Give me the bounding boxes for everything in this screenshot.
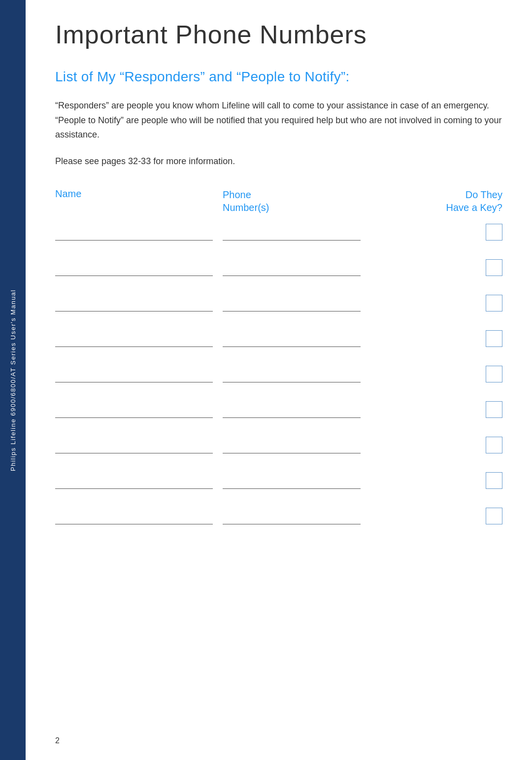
row-name-field xyxy=(55,444,223,453)
table-row xyxy=(55,295,502,311)
phone-underline xyxy=(223,373,361,382)
row-phone-field xyxy=(223,408,370,418)
table-row xyxy=(55,366,502,382)
name-underline xyxy=(55,479,213,489)
col-phone-header: Phone Number(s) xyxy=(223,188,370,214)
phone-underline xyxy=(223,337,361,347)
name-underline xyxy=(55,266,213,276)
key-checkbox[interactable] xyxy=(486,437,502,453)
phone-underline xyxy=(223,479,361,489)
row-name-field xyxy=(55,408,223,418)
table-rows xyxy=(55,224,502,543)
phone-underline xyxy=(223,266,361,276)
main-content: Important Phone Numbers List of My “Resp… xyxy=(26,0,532,760)
row-key-field xyxy=(370,224,502,241)
key-checkbox[interactable] xyxy=(486,259,502,276)
row-key-field xyxy=(370,330,502,347)
spine: Philips Lifeline 6900/6800/AT Series Use… xyxy=(0,0,26,760)
name-underline xyxy=(55,373,213,382)
spine-text: Philips Lifeline 6900/6800/AT Series Use… xyxy=(9,289,17,471)
row-name-field xyxy=(55,266,223,276)
page-ref: Please see pages 32-33 for more informat… xyxy=(55,156,502,167)
row-name-field xyxy=(55,337,223,347)
row-phone-field xyxy=(223,515,370,524)
row-name-field xyxy=(55,479,223,489)
table-row xyxy=(55,401,502,418)
key-checkbox[interactable] xyxy=(486,472,502,489)
row-name-field xyxy=(55,302,223,311)
name-underline xyxy=(55,231,213,241)
row-key-field xyxy=(370,508,502,524)
phone-underline xyxy=(223,444,361,453)
key-checkbox[interactable] xyxy=(486,224,502,241)
table-header: Name Phone Number(s) Do They Have a Key? xyxy=(55,188,502,214)
row-key-field xyxy=(370,472,502,489)
row-phone-field xyxy=(223,266,370,276)
row-phone-field xyxy=(223,479,370,489)
row-name-field xyxy=(55,373,223,382)
row-phone-field xyxy=(223,231,370,241)
row-phone-field xyxy=(223,302,370,311)
table-row xyxy=(55,472,502,489)
key-checkbox[interactable] xyxy=(486,366,502,382)
phone-underline xyxy=(223,515,361,524)
col-key-header: Do They Have a Key? xyxy=(370,188,502,214)
page-title: Important Phone Numbers xyxy=(55,20,502,49)
row-phone-field xyxy=(223,444,370,453)
description-text: “Responders” are people you know whom Li… xyxy=(55,99,502,142)
key-checkbox[interactable] xyxy=(486,508,502,524)
phone-underline xyxy=(223,302,361,311)
table-row xyxy=(55,437,502,453)
phone-underline xyxy=(223,408,361,418)
row-name-field xyxy=(55,515,223,524)
row-phone-field xyxy=(223,373,370,382)
section-heading: List of My “Responders” and “People to N… xyxy=(55,69,502,85)
name-underline xyxy=(55,444,213,453)
table-row xyxy=(55,259,502,276)
row-key-field xyxy=(370,401,502,418)
col-name-header: Name xyxy=(55,188,223,200)
key-checkbox[interactable] xyxy=(486,401,502,418)
page-number: 2 xyxy=(55,736,60,745)
table-row xyxy=(55,330,502,347)
table-row xyxy=(55,224,502,241)
row-name-field xyxy=(55,231,223,241)
name-underline xyxy=(55,302,213,311)
row-key-field xyxy=(370,437,502,453)
row-phone-field xyxy=(223,337,370,347)
name-underline xyxy=(55,408,213,418)
phone-underline xyxy=(223,231,361,241)
row-key-field xyxy=(370,366,502,382)
name-underline xyxy=(55,337,213,347)
key-checkbox[interactable] xyxy=(486,295,502,311)
key-checkbox[interactable] xyxy=(486,330,502,347)
row-key-field xyxy=(370,295,502,311)
name-underline xyxy=(55,515,213,524)
row-key-field xyxy=(370,259,502,276)
table-row xyxy=(55,508,502,524)
table-section: Name Phone Number(s) Do They Have a Key? xyxy=(55,188,502,740)
